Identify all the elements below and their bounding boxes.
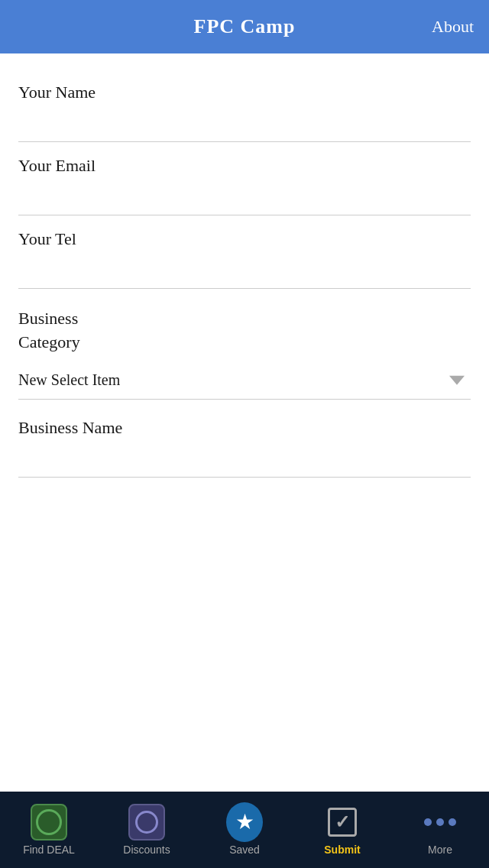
- more-dots-icon: [424, 818, 456, 826]
- business-category-section: Business Category New Select Item: [18, 289, 471, 400]
- name-input[interactable]: [18, 107, 471, 142]
- main-content: Your Name Your Email Your Tel Business C…: [0, 53, 489, 792]
- email-input[interactable]: [18, 180, 471, 215]
- star-icon: ★: [226, 802, 263, 842]
- nav-label-submit: Submit: [324, 844, 360, 856]
- saved-icon-wrapper: ★: [226, 804, 263, 840]
- name-label: Your Name: [18, 83, 471, 102]
- submit-icon-wrapper: ✓: [324, 804, 361, 840]
- bottom-nav: Find DEAL Discounts ★ Saved ✓ Submit: [0, 792, 489, 868]
- discounts-icon-wrapper: [128, 804, 165, 840]
- more-icon-wrapper: [422, 804, 458, 840]
- tel-input[interactable]: [18, 254, 471, 289]
- business-name-input[interactable]: [18, 442, 471, 478]
- business-name-section: Business Name: [18, 400, 471, 478]
- business-name-label: Business Name: [18, 418, 471, 438]
- about-button[interactable]: About: [432, 17, 474, 37]
- app-header: FPC Camp About: [0, 0, 489, 53]
- nav-item-find-deal[interactable]: Find DEAL: [18, 798, 79, 862]
- name-field-group: Your Name: [18, 69, 471, 142]
- category-label: Category: [18, 331, 471, 355]
- nav-item-more[interactable]: More: [410, 798, 471, 862]
- tel-field-group: Your Tel: [18, 215, 471, 289]
- nav-label-more: More: [428, 844, 452, 856]
- submit-icon: ✓: [324, 804, 361, 840]
- find-deal-icon: [31, 804, 67, 840]
- category-select[interactable]: New Select Item: [18, 364, 471, 400]
- nav-label-discounts: Discounts: [123, 844, 170, 856]
- find-deal-icon-wrapper: [31, 804, 67, 840]
- nav-label-saved: Saved: [229, 844, 260, 856]
- business-label: Business: [18, 307, 471, 331]
- nav-item-saved[interactable]: ★ Saved: [214, 798, 275, 862]
- nav-label-find-deal: Find DEAL: [23, 844, 75, 856]
- category-select-wrapper: New Select Item: [18, 364, 471, 400]
- app-title: FPC Camp: [194, 15, 296, 38]
- email-field-group: Your Email: [18, 142, 471, 215]
- tel-label: Your Tel: [18, 229, 471, 249]
- email-label: Your Email: [18, 156, 471, 176]
- discounts-icon: [128, 804, 165, 840]
- nav-item-submit[interactable]: ✓ Submit: [312, 798, 373, 862]
- checkbox-icon: ✓: [328, 808, 357, 837]
- nav-item-discounts[interactable]: Discounts: [116, 798, 177, 862]
